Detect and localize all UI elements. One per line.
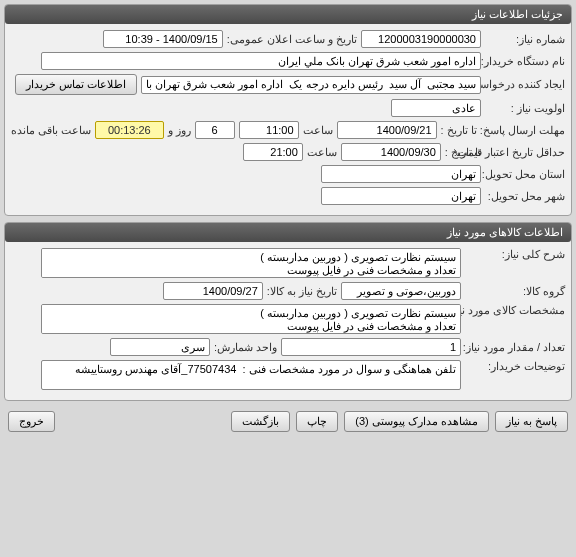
spec-field[interactable] — [41, 304, 461, 334]
city-field[interactable] — [321, 187, 481, 205]
deadline-time-field[interactable] — [239, 121, 299, 139]
min-valid-time-label: ساعت — [307, 146, 337, 159]
announce-field[interactable] — [103, 30, 223, 48]
overall-desc-label: شرح کلی نیاز: — [465, 248, 565, 261]
creator-label: ایجاد کننده درخواست: — [485, 78, 565, 91]
panel1-title: جزئیات اطلاعات نیاز — [5, 5, 571, 24]
group-field[interactable] — [341, 282, 461, 300]
panel2-title: اطلاعات کالاهای مورد نیاز — [5, 223, 571, 242]
group-label: گروه کالا: — [465, 285, 565, 298]
min-valid-label: حداقل تاریخ اعتبار قیمت: — [485, 146, 565, 159]
goods-info-panel: اطلاعات کالاهای مورد نیاز شرح کلی نیاز: … — [4, 222, 572, 401]
qty-label: تعداد / مقدار مورد نیاز: — [465, 341, 565, 354]
need-no-label: شماره نیاز: — [485, 33, 565, 46]
countdown-timer: 00:13:26 — [95, 121, 163, 139]
creator-field[interactable] — [141, 76, 481, 94]
deadline-date-field[interactable] — [337, 121, 437, 139]
unit-label: واحد شمارش: — [214, 341, 277, 354]
city-label: شهر محل تحویل: — [485, 190, 565, 203]
priority-field[interactable] — [391, 99, 481, 117]
back-button[interactable]: بازگشت — [231, 411, 290, 432]
deadline-time-label: ساعت — [303, 124, 333, 137]
need-details-panel: جزئیات اطلاعات نیاز شماره نیاز: تاریخ و … — [4, 4, 572, 216]
exit-button[interactable]: خروج — [8, 411, 55, 432]
notes-field[interactable] — [41, 360, 461, 390]
days-label: روز و — [168, 124, 191, 137]
reply-button[interactable]: پاسخ به نیاز — [495, 411, 568, 432]
timer-suffix-label: ساعت باقی مانده — [11, 124, 91, 137]
province-label: استان محل تحویل: — [485, 168, 565, 181]
attachments-button[interactable]: مشاهده مدارک پیوستی (3) — [344, 411, 489, 432]
action-bar: پاسخ به نیاز مشاهده مدارک پیوستی (3) چاپ… — [4, 407, 572, 436]
days-remaining-field[interactable] — [195, 121, 235, 139]
min-valid-time-field[interactable] — [243, 143, 303, 161]
overall-desc-field[interactable] — [41, 248, 461, 278]
need-date-field[interactable] — [163, 282, 263, 300]
min-valid-date-field[interactable] — [341, 143, 441, 161]
deadline-label: مهلت ارسال پاسخ: تا تاریخ : — [441, 124, 565, 137]
spec-label: مشخصات کالای مورد نیاز: — [465, 304, 565, 317]
buyer-label: نام دستگاه خریدار: — [485, 55, 565, 68]
buyer-field[interactable] — [41, 52, 481, 70]
priority-label: اولویت نیاز : — [485, 102, 565, 115]
qty-field[interactable] — [281, 338, 461, 356]
province-field[interactable] — [321, 165, 481, 183]
print-button[interactable]: چاپ — [296, 411, 338, 432]
min-valid-to-label: تا تاریخ : — [445, 146, 481, 159]
notes-label: توضیحات خریدار: — [465, 360, 565, 373]
buyer-contact-button[interactable]: اطلاعات تماس خریدار — [15, 74, 137, 95]
need-date-label: تاریخ نیاز به کالا: — [267, 285, 337, 298]
unit-field[interactable] — [110, 338, 210, 356]
announce-label: تاریخ و ساعت اعلان عمومی: — [227, 33, 357, 46]
need-no-field[interactable] — [361, 30, 481, 48]
